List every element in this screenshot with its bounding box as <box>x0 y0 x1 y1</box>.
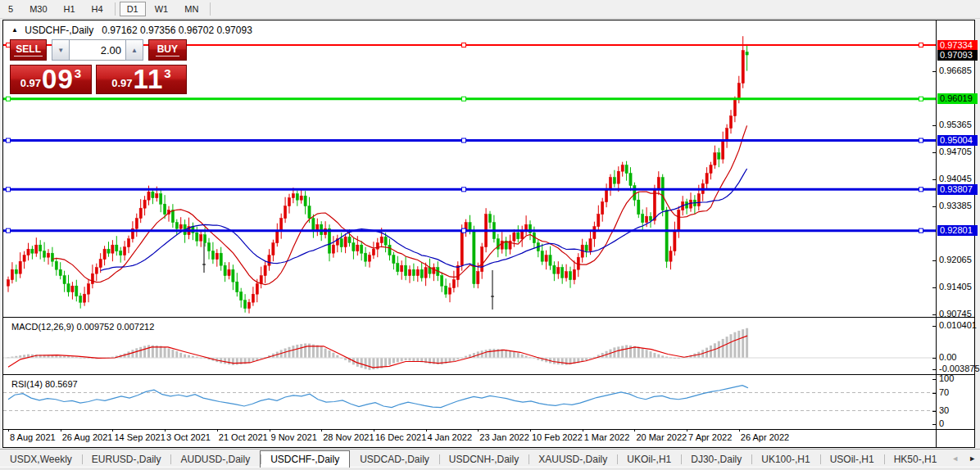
date-tick <box>112 429 113 432</box>
date-tick <box>583 429 583 432</box>
chart-tab-bar: USDX,WeeklyEURUSD-,DailyAUDUSD-,DailyUSD… <box>0 449 980 468</box>
toolbar-separator <box>210 2 211 16</box>
rsi-axis-label: 0 <box>939 418 944 428</box>
date-axis-label: 10 Feb 2022 <box>532 432 583 442</box>
rsi-axis-label: 70 <box>939 387 949 397</box>
price-tick <box>932 287 936 288</box>
sell-button[interactable]: SELL <box>10 39 47 61</box>
timeframe-button-m30[interactable]: M30 <box>22 2 54 16</box>
volume-increase-button[interactable]: ▲ <box>125 39 143 61</box>
price-tick <box>932 260 936 261</box>
date-axis-label: 28 Nov 2021 <box>323 432 374 442</box>
price-axis-label: 0.96685 <box>939 66 972 75</box>
chart-ohlc-values: 0.97162 0.97356 0.96702 0.97093 <box>102 25 252 36</box>
date-tick <box>687 429 687 432</box>
date-axis-label: 14 Sep 2021 <box>114 432 165 442</box>
date-tick <box>374 429 374 432</box>
macd-axis-label: 0.00 <box>939 352 956 362</box>
macd-indicator-label: MACD(12,26,9) 0.009752 0.007212 <box>11 322 154 332</box>
rsi-tick <box>932 424 936 425</box>
timeframe-button-mn[interactable]: MN <box>177 2 206 16</box>
timeframe-button-5[interactable]: 5 <box>1 2 20 16</box>
timeframe-button-h4[interactable]: H4 <box>84 2 111 16</box>
tab-scroll-left-icon[interactable]: ◄ <box>946 454 964 463</box>
tab-scroll-right-icon[interactable]: ► <box>964 454 980 463</box>
price-tick <box>932 71 936 72</box>
buy-price-box[interactable]: 0.97 11 3 <box>96 65 187 94</box>
sell-price-big: 09 <box>42 67 74 92</box>
sell-price-box[interactable]: 0.97 09 3 <box>10 65 92 94</box>
timeframe-button-h1[interactable]: H1 <box>57 2 83 16</box>
date-tick <box>270 429 270 432</box>
timeframe-button-w1[interactable]: W1 <box>147 2 176 16</box>
chart-title: ▲ USDCHF-,Daily 0.97162 0.97356 0.96702 … <box>11 25 252 36</box>
date-axis-label: 21 Oct 2021 <box>219 432 268 442</box>
chart-tab-usoil-h1[interactable]: USOil-,H1 <box>820 451 884 468</box>
chart-tab-audusd-daily[interactable]: AUDUSD-,Daily <box>170 451 260 468</box>
rsi-indicator-label: RSI(14) 80.5697 <box>11 379 78 389</box>
price-axis-label: 0.90745 <box>939 309 972 319</box>
main-macd-splitter[interactable] <box>2 317 975 318</box>
price-tick <box>932 152 936 153</box>
date-tick <box>530 429 531 432</box>
chart-tab-dj30-daily[interactable]: DJ30-,Daily <box>681 451 751 468</box>
buy-price-big: 11 <box>133 67 163 92</box>
chart-tab-xauusd-daily[interactable]: XAUUSD-,Daily <box>529 451 617 468</box>
price-axis-label: 0.95365 <box>939 120 972 129</box>
sell-price-small: 0.97 <box>20 77 41 89</box>
chart-tab-uk100-h1[interactable]: UK100-,H1 <box>751 451 819 468</box>
price-level-label: 0.97334 <box>937 40 978 51</box>
timeframe-button-d1[interactable]: D1 <box>120 2 146 16</box>
rsi-axis-label: 100 <box>939 373 954 383</box>
date-axis-label: 20 Mar 2022 <box>636 432 687 442</box>
date-axis-label: 16 Dec 2021 <box>375 432 426 442</box>
rsi-chart-canvas[interactable] <box>3 377 936 429</box>
chart-tab-eurusd-daily[interactable]: EURUSD-,Daily <box>82 451 171 468</box>
chart-tab-usdchf-daily[interactable]: USDCHF-,Daily <box>260 450 350 468</box>
buy-price-small: 0.97 <box>111 77 132 89</box>
macd-tick <box>932 358 936 359</box>
date-tick <box>739 429 740 432</box>
macd-tick <box>932 326 936 327</box>
collapse-window-icon[interactable]: ▲ <box>11 26 18 34</box>
date-axis-label: 8 Aug 2021 <box>10 432 56 442</box>
date-axis-label: 9 Nov 2021 <box>271 432 317 442</box>
rsi-tick <box>932 411 936 412</box>
macd-rsi-splitter[interactable] <box>2 374 975 375</box>
macd-axis-label: 0.010401 <box>939 320 977 330</box>
date-tick <box>634 429 635 432</box>
price-tick <box>932 125 936 126</box>
toolbar-separator <box>115 2 116 16</box>
price-level-label: 0.92801 <box>937 225 978 236</box>
price-tick <box>932 314 936 315</box>
price-level-label: 0.97093 <box>937 50 978 61</box>
date-axis-label: 7 Apr 2022 <box>688 432 732 442</box>
spin-down-icon: ▼ <box>57 47 64 54</box>
sell-price-sup: 3 <box>75 66 81 80</box>
date-tick <box>217 429 218 432</box>
price-level-label: 0.96019 <box>937 93 978 104</box>
date-tick <box>61 429 61 432</box>
price-axis-separator <box>936 20 937 447</box>
price-axis-label: 0.93385 <box>939 201 972 210</box>
price-axis-label: 0.91405 <box>939 282 972 291</box>
volume-decrease-button[interactable]: ▼ <box>52 39 70 61</box>
date-axis-label: 1 Mar 2022 <box>584 432 630 442</box>
chart-symbol-period: USDCHF-,Daily <box>25 25 93 36</box>
chart-tab-ukoil-h1[interactable]: UKOil-,H1 <box>617 451 681 468</box>
macd-axis-label: -0.003875 <box>939 364 980 373</box>
volume-input[interactable] <box>70 39 125 61</box>
rsi-bottom-border <box>2 429 975 430</box>
chart-tab-usdcad-daily[interactable]: USDCAD-,Daily <box>350 451 439 468</box>
buy-price-sup: 3 <box>164 66 170 80</box>
rsi-tick <box>932 393 936 394</box>
one-click-trade-panel: SELL ▼ ▲ BUY 0.97 09 3 0.97 11 3 <box>10 39 187 94</box>
chart-tab-usdx-weekly[interactable]: USDX,Weekly <box>0 451 82 468</box>
price-level-label: 0.95004 <box>937 135 978 146</box>
chart-tab-hk50-h1[interactable]: HK50-,H1 <box>884 451 947 468</box>
chart-tab-usdcnh-daily[interactable]: USDCNH-,Daily <box>439 451 529 468</box>
status-strip <box>0 467 980 470</box>
price-axis-label: 0.92065 <box>939 255 972 264</box>
date-axis-label: 23 Jan 2022 <box>479 432 529 442</box>
buy-button[interactable]: BUY <box>148 39 187 61</box>
